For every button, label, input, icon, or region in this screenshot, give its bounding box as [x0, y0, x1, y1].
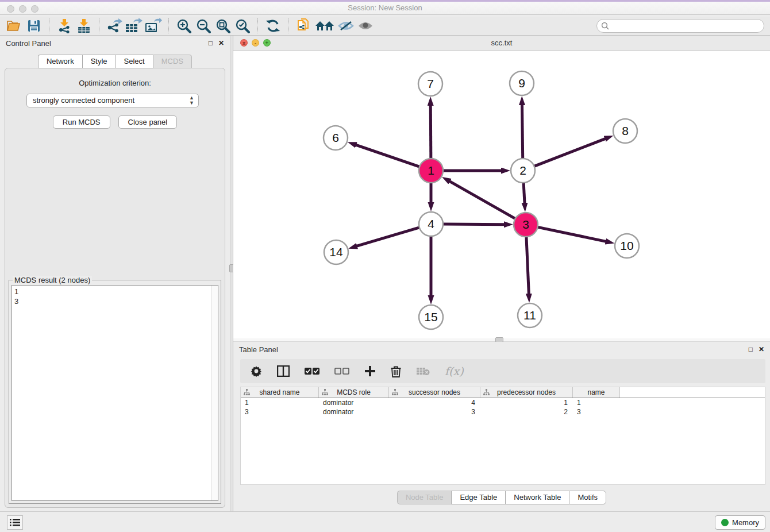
edge-2-9[interactable]	[522, 105, 522, 160]
delete-column-trash-icon[interactable]	[391, 365, 401, 377]
show-eye-icon[interactable]	[356, 17, 375, 34]
deselect-all-checkboxes-icon[interactable]	[334, 367, 349, 375]
graph-node-7[interactable]: 7	[418, 72, 442, 96]
tab-select[interactable]: Select	[116, 55, 153, 68]
graph-node-8[interactable]: 8	[613, 119, 637, 143]
graph-node-9[interactable]: 9	[510, 71, 534, 95]
graph-node-1[interactable]: 1	[419, 159, 443, 183]
tab-mcds[interactable]: MCDS	[153, 55, 192, 68]
cell-predecessor-nodes[interactable]: 2	[480, 407, 573, 417]
cell-successor-nodes[interactable]: 4	[389, 398, 480, 407]
node-table-body[interactable]: 1dominator4113dominator323	[241, 398, 765, 417]
mcds-result-list[interactable]: 13	[11, 285, 218, 501]
cell-name[interactable]: 1	[573, 398, 620, 407]
network-graph[interactable]: 7968124314101511	[233, 51, 770, 338]
save-session-icon[interactable]	[24, 17, 44, 34]
edge-2-3[interactable]	[523, 182, 525, 203]
table-row[interactable]: 1dominator411	[241, 398, 765, 407]
network-overview-icon[interactable]	[313, 17, 336, 34]
tab-style[interactable]: Style	[82, 55, 116, 68]
cell-shared-name[interactable]: 3	[241, 407, 319, 417]
edge-1-7[interactable]	[430, 105, 431, 160]
delete-table-icon[interactable]	[416, 367, 430, 376]
show-panels-button[interactable]	[7, 515, 23, 530]
export-network-icon[interactable]	[105, 17, 124, 34]
refresh-view-icon[interactable]	[263, 17, 283, 34]
zoom-in-icon[interactable]	[174, 17, 194, 34]
tab-network[interactable]: Network	[38, 55, 82, 68]
result-item[interactable]: 3	[14, 296, 215, 306]
table-panel-close-icon[interactable]: ✕	[759, 346, 764, 353]
cell-MCDS-role[interactable]: dominator	[319, 407, 389, 417]
edge-2-8[interactable]	[533, 138, 606, 167]
network-canvas[interactable]: 7968124314101511	[233, 51, 770, 338]
app-window-controls[interactable]	[7, 5, 38, 13]
memory-button[interactable]: Memory	[715, 515, 765, 530]
toolbar-separator	[49, 18, 49, 33]
app-close-button[interactable]	[7, 5, 14, 13]
run-mcds-button[interactable]: Run MCDS	[53, 115, 110, 129]
edge-4-3[interactable]	[442, 224, 505, 225]
edge-4-14[interactable]	[356, 227, 420, 246]
tab-edge-table[interactable]: Edge Table	[451, 491, 505, 504]
zoom-out-icon[interactable]	[194, 17, 213, 34]
select-all-checkboxes-icon[interactable]	[305, 367, 319, 375]
node-table-header[interactable]: shared nameMCDS rolesuccessor nodesprede…	[241, 387, 765, 398]
edge-1-6[interactable]	[356, 145, 421, 167]
cell-shared-name[interactable]: 1	[241, 398, 319, 407]
network-window-titlebar[interactable]: x - + scc.txt	[233, 36, 770, 51]
split-columns-icon[interactable]	[277, 365, 290, 377]
cell-MCDS-role[interactable]: dominator	[319, 398, 389, 407]
edge-3-1[interactable]	[449, 181, 516, 219]
graph-node-15[interactable]: 15	[419, 305, 443, 329]
graph-node-14[interactable]: 14	[324, 240, 348, 264]
search-box[interactable]	[596, 19, 764, 33]
open-file-icon[interactable]	[5, 17, 24, 34]
hide-panels-eye-slash-icon[interactable]	[336, 17, 356, 34]
import-table-icon[interactable]	[74, 17, 94, 34]
network-minimize-button[interactable]: -	[252, 39, 259, 47]
import-network-icon[interactable]	[55, 17, 74, 34]
tab-node-table[interactable]: Node Table	[397, 491, 452, 504]
graph-node-4[interactable]: 4	[419, 212, 443, 236]
graph-node-3[interactable]: 3	[514, 213, 538, 237]
result-list-scrollbar[interactable]	[211, 286, 218, 500]
table-row[interactable]: 3dominator323	[241, 407, 765, 417]
edge-3-11[interactable]	[526, 236, 529, 294]
close-panel-button[interactable]: Close panel	[118, 115, 178, 129]
column-header-name[interactable]: name	[573, 387, 620, 398]
column-header-predecessor-nodes[interactable]: predecessor nodes	[480, 387, 573, 398]
result-item[interactable]: 1	[14, 287, 215, 296]
export-image-icon[interactable]	[144, 17, 163, 34]
column-header-MCDS-role[interactable]: MCDS role	[319, 387, 389, 398]
cell-name[interactable]: 3	[573, 407, 620, 417]
app-minimize-button[interactable]	[19, 5, 26, 13]
control-panel-float-icon[interactable]: □	[209, 40, 213, 47]
criterion-dropdown[interactable]: strongly connected component ▲▼	[26, 94, 199, 107]
graph-node-6[interactable]: 6	[324, 126, 348, 150]
column-header-successor-nodes[interactable]: successor nodes	[389, 387, 480, 398]
export-table-icon[interactable]	[124, 17, 144, 34]
tab-network-table[interactable]: Network Table	[505, 491, 569, 504]
table-settings-gear-icon[interactable]	[251, 365, 262, 377]
cell-predecessor-nodes[interactable]: 1	[480, 398, 573, 407]
control-panel-close-icon[interactable]: ✕	[218, 40, 224, 47]
tab-motifs[interactable]: Motifs	[569, 491, 606, 504]
add-column-icon[interactable]	[364, 365, 376, 377]
search-input[interactable]	[611, 21, 760, 30]
node-table[interactable]: shared nameMCDS rolesuccessor nodesprede…	[240, 387, 765, 485]
zoom-selected-icon[interactable]	[233, 17, 252, 34]
graph-node-10[interactable]: 10	[615, 234, 639, 258]
edge-3-10[interactable]	[537, 227, 606, 241]
cell-successor-nodes[interactable]: 3	[389, 407, 480, 417]
duplicate-network-icon[interactable]	[294, 17, 313, 34]
network-close-button[interactable]: x	[240, 39, 248, 47]
function-builder-icon[interactable]: f(x)	[445, 365, 464, 377]
network-zoom-button[interactable]: +	[263, 39, 271, 47]
zoom-fit-icon[interactable]	[213, 17, 233, 34]
graph-node-2[interactable]: 2	[511, 159, 535, 183]
app-zoom-button[interactable]	[31, 5, 38, 13]
column-header-shared-name[interactable]: shared name	[241, 387, 319, 398]
graph-node-11[interactable]: 11	[518, 303, 542, 327]
table-panel-float-icon[interactable]: □	[749, 346, 753, 353]
